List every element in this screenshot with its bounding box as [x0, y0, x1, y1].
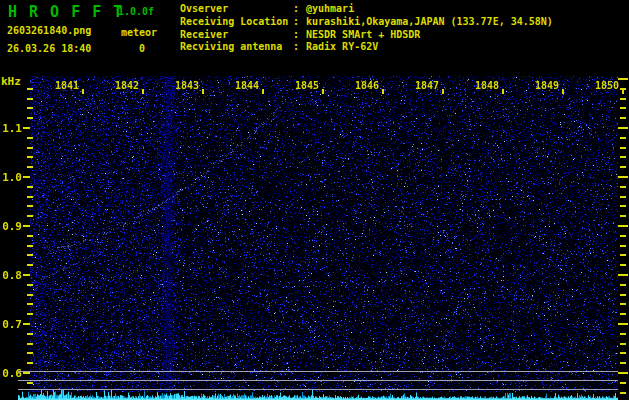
freq-axis-unit-label: kHz	[1, 75, 21, 88]
freq-minor-tick	[27, 186, 33, 188]
meteor-counter-value: 0	[139, 43, 145, 54]
time-tick-mark	[502, 89, 504, 94]
freq-minor-tick-right	[620, 343, 626, 345]
time-tick-label: 1847	[415, 80, 439, 91]
freq-major-tick-right	[618, 323, 628, 325]
freq-minor-tick	[27, 147, 33, 149]
info-separator: :	[293, 29, 306, 40]
freq-minor-tick	[27, 205, 33, 207]
level-scale-line	[18, 380, 618, 381]
time-tick-mark	[202, 89, 204, 94]
info-value: @yuhmari	[306, 3, 354, 14]
freq-minor-tick-right	[620, 215, 626, 217]
info-label: Receiving Location	[180, 16, 293, 27]
freq-major-tick	[23, 225, 30, 227]
info-separator: :	[293, 16, 306, 27]
time-tick-mark	[382, 89, 384, 94]
freq-minor-tick	[27, 166, 33, 168]
app-version: 1.0.0f	[118, 6, 154, 17]
time-tick-mark	[82, 89, 84, 94]
freq-minor-tick-right	[620, 352, 626, 354]
freq-minor-tick	[27, 88, 33, 90]
freq-tick-label: 1.0	[0, 171, 22, 184]
app-title: H R O F F T	[8, 3, 124, 21]
info-value: kurashiki,Okayama,JAPAN (133.77E, 34.58N…	[306, 16, 553, 27]
station-info-row: Ovserver:@yuhmari	[180, 3, 354, 14]
freq-minor-tick	[27, 107, 33, 109]
time-tick-mark	[442, 89, 444, 94]
freq-minor-tick-right	[620, 362, 626, 364]
freq-minor-tick	[27, 156, 33, 158]
freq-minor-tick-right	[620, 196, 626, 198]
info-label: Recviving antenna	[180, 41, 293, 52]
time-tick-label: 1850	[595, 80, 619, 91]
info-separator: :	[293, 3, 306, 14]
freq-minor-tick-right	[620, 254, 626, 256]
freq-minor-tick-right	[620, 284, 626, 286]
freq-minor-tick-right	[620, 382, 626, 384]
freq-minor-tick-right	[620, 147, 626, 149]
info-label: Receiver	[180, 29, 293, 40]
freq-minor-tick	[27, 382, 33, 384]
freq-minor-tick-right	[620, 117, 626, 119]
freq-minor-tick-right	[620, 392, 626, 394]
freq-minor-tick-right	[620, 235, 626, 237]
observation-datetime: 26.03.26 18:40	[7, 43, 91, 54]
freq-minor-tick	[27, 245, 33, 247]
freq-minor-tick	[27, 303, 33, 305]
level-scale-line	[18, 389, 618, 390]
freq-minor-tick	[27, 294, 33, 296]
time-tick-mark	[262, 89, 264, 94]
station-info-row: Recviving antenna:Radix RY-62V	[180, 41, 378, 52]
freq-tick-label: 1.1	[0, 122, 22, 135]
meteor-counter-label: meteor	[121, 27, 157, 38]
freq-minor-tick-right	[620, 264, 626, 266]
info-separator: :	[293, 41, 306, 52]
time-tick-label: 1842	[115, 80, 139, 91]
time-tick-mark	[622, 89, 624, 94]
freq-minor-tick	[27, 117, 33, 119]
time-tick-mark	[142, 89, 144, 94]
freq-major-tick	[23, 323, 30, 325]
freq-minor-tick-right	[620, 313, 626, 315]
info-label: Ovserver	[180, 3, 293, 14]
freq-major-tick	[23, 274, 30, 276]
info-value: Radix RY-62V	[306, 41, 378, 52]
freq-minor-tick-right	[620, 98, 626, 100]
freq-major-tick	[23, 176, 30, 178]
time-tick-label: 1845	[295, 80, 319, 91]
freq-minor-tick-right	[620, 156, 626, 158]
freq-minor-tick	[27, 254, 33, 256]
info-value: NESDR SMArt + HDSDR	[306, 29, 420, 40]
freq-minor-tick-right	[620, 245, 626, 247]
freq-minor-tick-right	[620, 137, 626, 139]
time-tick-label: 1846	[355, 80, 379, 91]
freq-minor-tick	[27, 196, 33, 198]
freq-minor-tick	[27, 352, 33, 354]
freq-minor-tick-right	[620, 166, 626, 168]
signal-level-strip	[18, 390, 618, 400]
freq-minor-tick	[27, 333, 33, 335]
freq-major-tick	[23, 127, 30, 129]
freq-minor-tick-right	[620, 205, 626, 207]
time-tick-label: 1843	[175, 80, 199, 91]
freq-tick-label: 0.6	[0, 367, 22, 380]
freq-minor-tick-right	[620, 303, 626, 305]
level-scale-line	[18, 371, 618, 372]
freq-minor-tick-right	[620, 294, 626, 296]
freq-major-tick-right	[618, 176, 628, 178]
freq-minor-tick	[27, 343, 33, 345]
freq-minor-tick-right	[620, 107, 626, 109]
freq-minor-tick	[27, 264, 33, 266]
freq-minor-tick	[27, 215, 33, 217]
freq-major-tick-right	[618, 274, 628, 276]
freq-tick-label: 0.7	[0, 318, 22, 331]
freq-major-tick-right	[618, 127, 628, 129]
time-tick-label: 1848	[475, 80, 499, 91]
time-tick-mark	[562, 89, 564, 94]
time-tick-label: 1841	[55, 80, 79, 91]
freq-minor-tick	[27, 313, 33, 315]
time-tick-label: 1849	[535, 80, 559, 91]
station-info-row: Receiving Location:kurashiki,Okayama,JAP…	[180, 16, 553, 27]
freq-tick-label: 0.9	[0, 220, 22, 233]
